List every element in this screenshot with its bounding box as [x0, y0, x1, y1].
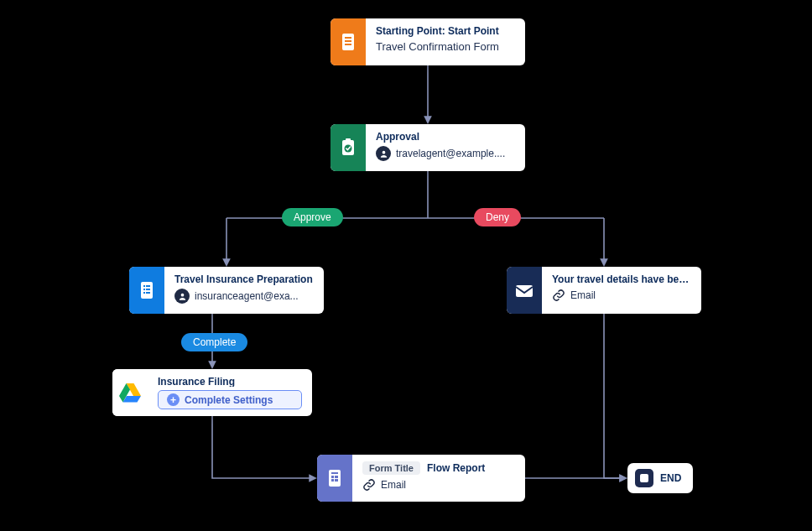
google-drive-icon: [112, 369, 148, 416]
user-icon: [376, 146, 391, 161]
flow-connectors: [0, 0, 812, 531]
svg-point-14: [382, 150, 385, 154]
approval-title: Approval: [376, 131, 515, 143]
svg-rect-28: [331, 472, 338, 474]
approval-node[interactable]: Approval travelagent@example....: [331, 124, 525, 171]
svg-rect-9: [345, 40, 351, 42]
insurance-prep-title: Travel Insurance Preparation: [174, 273, 314, 285]
form-report-channel: Email: [381, 479, 406, 491]
svg-rect-29: [331, 476, 334, 478]
svg-rect-23: [516, 285, 533, 297]
user-icon: [174, 289, 190, 304]
form-title-chip: Form Title: [362, 461, 420, 475]
start-title: Starting Point: Start Point: [376, 25, 515, 37]
svg-point-22: [180, 293, 184, 296]
plus-icon: +: [167, 393, 180, 406]
travel-details-title: Your travel details have been ...: [552, 273, 691, 285]
link-icon: [552, 289, 565, 302]
end-node[interactable]: END: [627, 463, 693, 493]
insurance-prep-assignee: insuranceagent@exa...: [195, 290, 299, 302]
svg-rect-16: [143, 285, 145, 287]
stop-icon: [635, 469, 653, 487]
document-icon: [331, 18, 366, 65]
start-node[interactable]: Starting Point: Start Point Travel Confi…: [331, 18, 525, 65]
svg-rect-18: [143, 289, 145, 290]
approval-icon: [331, 124, 366, 171]
end-label: END: [660, 472, 681, 484]
svg-rect-31: [331, 479, 334, 482]
start-subtitle: Travel Confirmation Form: [376, 40, 515, 53]
form-report-node[interactable]: Form Title Flow Report Email: [317, 455, 525, 502]
svg-rect-20: [143, 292, 145, 294]
travel-details-node[interactable]: Your travel details have been ... Email: [507, 267, 701, 314]
approve-edge-label: Approve: [282, 208, 343, 226]
checklist-icon: [129, 267, 164, 314]
envelope-icon: [507, 267, 542, 314]
link-icon: [362, 478, 376, 492]
svg-rect-19: [146, 289, 150, 290]
deny-edge-label: Deny: [474, 208, 521, 226]
complete-settings-label: Complete Settings: [185, 394, 273, 406]
travel-details-channel: Email: [570, 289, 596, 301]
approval-assignee: travelagent@example....: [396, 148, 505, 159]
svg-rect-10: [345, 44, 351, 45]
complete-settings-button[interactable]: + Complete Settings: [158, 390, 302, 409]
complete-edge-label: Complete: [181, 333, 247, 351]
svg-rect-30: [335, 476, 338, 478]
svg-rect-12: [346, 138, 351, 142]
insurance-filing-title: Insurance Filing: [158, 376, 302, 387]
svg-rect-8: [345, 37, 351, 39]
form-icon: [317, 455, 352, 502]
insurance-prep-node[interactable]: Travel Insurance Preparation insuranceag…: [129, 267, 324, 314]
flow-report-label: Flow Report: [427, 462, 485, 474]
svg-rect-17: [146, 285, 150, 287]
svg-rect-21: [146, 292, 150, 294]
svg-rect-32: [335, 479, 338, 482]
insurance-filing-node[interactable]: Insurance Filing + Complete Settings: [112, 369, 312, 416]
